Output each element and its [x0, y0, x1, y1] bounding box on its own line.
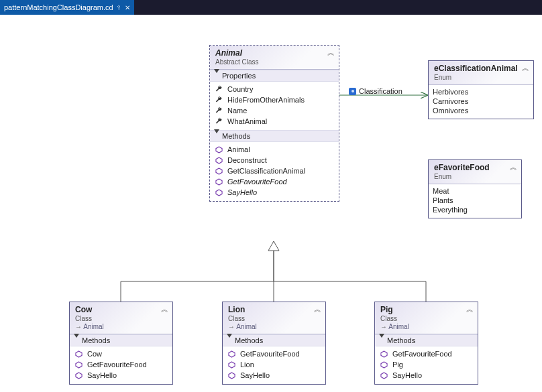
method-icon: [214, 188, 223, 197]
method-icon: [214, 155, 223, 165]
methods-list: GetFavouriteFood Pig SayHello: [375, 346, 478, 384]
method-icon: [74, 371, 83, 380]
class-kind: Class: [75, 315, 168, 322]
arrow-icon: →: [75, 323, 83, 330]
wrench-icon: [214, 117, 223, 126]
method-icon: [214, 145, 223, 154]
expand-icon: [214, 133, 219, 141]
inherits-label: → Animal: [75, 323, 168, 330]
expand-icon: [379, 338, 384, 346]
tab-title: patternMatchingClassDiagram.cd: [4, 3, 113, 11]
section-methods-header[interactable]: Methods: [223, 334, 325, 346]
class-kind: Abstract Class: [215, 58, 335, 66]
svg-marker-2: [268, 241, 279, 251]
class-title: eFavoriteFood: [434, 163, 517, 172]
class-header: eFavoriteFood Enum: [429, 160, 521, 184]
property-item[interactable]: HideFromOtherAnimals: [213, 94, 336, 105]
section-label: Methods: [82, 336, 110, 344]
inherits-label: → Animal: [228, 323, 321, 330]
titlebar: patternMatchingClassDiagram.cd ⫯ ✕: [0, 0, 542, 15]
enum-value[interactable]: Omnivores: [431, 106, 531, 115]
class-title: Cow: [75, 305, 168, 314]
class-header: eClassificationAnimal Enum: [429, 61, 533, 85]
section-methods-header[interactable]: Methods: [375, 334, 478, 346]
class-box-animal[interactable]: Animal Abstract Class Properties Country…: [209, 45, 339, 202]
section-methods-header[interactable]: Methods: [70, 334, 172, 346]
method-icon: [214, 177, 223, 186]
method-icon: [379, 349, 388, 358]
method-item[interactable]: GetFavouriteFood: [225, 348, 323, 359]
arrow-icon: →: [228, 323, 236, 330]
enum-values-list: Meat Plants Everything: [429, 184, 521, 218]
section-label: Methods: [235, 336, 263, 344]
class-header: Animal Abstract Class: [210, 46, 339, 70]
section-label: Methods: [387, 336, 415, 344]
collapse-icon[interactable]: [522, 64, 529, 72]
association-icon: [349, 88, 356, 95]
method-item[interactable]: GetFavouriteFood: [213, 176, 336, 187]
collapse-icon[interactable]: [510, 164, 517, 171]
class-header: Cow Class → Animal: [70, 302, 172, 334]
class-box-lion[interactable]: Lion Class → Animal Methods GetFavourite…: [222, 302, 326, 385]
class-box-pig[interactable]: Pig Class → Animal Methods GetFavouriteF…: [374, 302, 478, 385]
class-header: Pig Class → Animal: [375, 302, 478, 334]
method-item[interactable]: SayHello: [378, 370, 475, 381]
enum-value[interactable]: Herbivores: [431, 87, 531, 96]
class-kind: Class: [228, 315, 321, 322]
enum-value[interactable]: Meat: [431, 186, 519, 196]
method-item[interactable]: SayHello: [72, 370, 170, 381]
property-item[interactable]: WhatAnimal: [213, 116, 336, 127]
method-item[interactable]: Lion: [225, 359, 323, 370]
method-item[interactable]: Cow: [72, 348, 170, 359]
section-properties-header[interactable]: Properties: [210, 70, 339, 82]
enum-value[interactable]: Plants: [431, 196, 519, 205]
method-item[interactable]: SayHello: [225, 370, 323, 381]
method-item[interactable]: Pig: [378, 359, 475, 370]
enum-value[interactable]: Everything: [431, 205, 519, 214]
method-item[interactable]: GetClassificationAnimal: [213, 166, 336, 176]
section-methods-header[interactable]: Methods: [210, 130, 339, 142]
class-kind: Enum: [434, 173, 517, 180]
property-item[interactable]: Name: [213, 105, 336, 116]
class-kind: Enum: [434, 74, 529, 81]
method-item[interactable]: Deconstruct: [213, 155, 336, 166]
association-text: Classification: [359, 87, 402, 95]
property-item[interactable]: Country: [213, 84, 336, 94]
method-item[interactable]: SayHello: [213, 187, 336, 198]
collapse-icon[interactable]: [314, 306, 321, 313]
collapse-icon[interactable]: [161, 306, 168, 313]
method-icon: [74, 349, 83, 358]
methods-list: Cow GetFavouriteFood SayHello: [70, 346, 172, 384]
expand-icon: [74, 338, 79, 346]
arrow-icon: →: [380, 323, 388, 330]
enum-box-eclassificationanimal[interactable]: eClassificationAnimal Enum Herbivores Ca…: [428, 60, 534, 119]
method-item[interactable]: GetFavouriteFood: [72, 359, 170, 370]
method-icon: [379, 371, 388, 380]
close-icon[interactable]: ✕: [125, 4, 130, 11]
enum-value[interactable]: Carnivores: [431, 96, 531, 106]
method-icon: [379, 360, 388, 369]
method-icon: [74, 360, 83, 369]
methods-list: Animal Deconstruct GetClassificationAnim…: [210, 142, 339, 201]
wrench-icon: [214, 95, 223, 105]
enum-box-efavoritefood[interactable]: eFavoriteFood Enum Meat Plants Everythin…: [428, 159, 522, 218]
class-kind: Class: [380, 315, 474, 322]
method-icon: [227, 349, 236, 358]
enum-values-list: Herbivores Carnivores Omnivores: [429, 85, 533, 119]
expand-icon: [214, 73, 219, 81]
document-tab[interactable]: patternMatchingClassDiagram.cd ⫯ ✕: [0, 0, 134, 15]
diagram-canvas[interactable]: Classification Animal Abstract Class Pro…: [0, 15, 542, 392]
method-item[interactable]: GetFavouriteFood: [378, 348, 475, 359]
method-item[interactable]: Animal: [213, 144, 336, 155]
collapse-icon[interactable]: [327, 49, 335, 56]
method-icon: [227, 371, 236, 380]
pin-icon[interactable]: ⫯: [117, 4, 121, 11]
method-icon: [214, 166, 223, 176]
methods-list: GetFavouriteFood Lion SayHello: [223, 346, 325, 384]
class-header: Lion Class → Animal: [223, 302, 325, 334]
section-label: Properties: [222, 72, 256, 80]
collapse-icon[interactable]: [466, 306, 474, 313]
inherits-label: → Animal: [380, 323, 474, 330]
class-title: Animal: [215, 48, 335, 58]
class-box-cow[interactable]: Cow Class → Animal Methods Cow GetFavour…: [69, 302, 173, 385]
